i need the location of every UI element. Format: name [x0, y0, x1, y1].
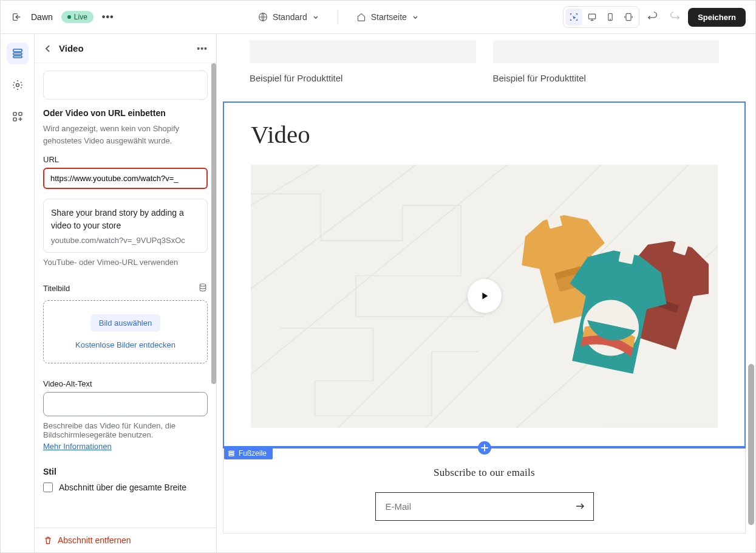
svg-rect-9 [13, 112, 16, 115]
url-help: YouTube- oder Vimeo-URL verwenden [43, 258, 208, 267]
url-input[interactable] [43, 168, 208, 189]
dynamic-source-icon[interactable] [198, 283, 208, 294]
locale-selector[interactable]: Standard [253, 10, 324, 24]
product-card[interactable]: Beispiel für Produkttitel [493, 40, 720, 83]
chevron-down-icon [412, 13, 419, 21]
back-button[interactable] [43, 44, 53, 53]
alt-text-input[interactable] [43, 392, 208, 416]
canvas-scrollbar-thumb[interactable] [748, 364, 754, 525]
select-image-button[interactable]: Bild auswählen [90, 314, 160, 332]
svg-rect-1 [589, 14, 596, 19]
section-icon [228, 450, 235, 457]
save-button[interactable]: Speichern [688, 8, 746, 27]
svg-rect-5 [13, 49, 22, 52]
redo-button [666, 9, 683, 26]
url-preview-card: Share your brand story by adding a video… [43, 199, 208, 253]
svg-rect-4 [626, 13, 631, 20]
product-title: Beispiel für Produkttitel [493, 73, 720, 83]
svg-rect-6 [13, 53, 22, 55]
fullwidth-checkbox[interactable] [43, 483, 53, 492]
settings-panel: Video ••• Oder Video von URL einbetten W… [35, 34, 217, 552]
url-preview-sub: youtube.com/watch?v=_9VUPq3SxOc [51, 236, 200, 245]
add-section-button[interactable] [478, 441, 491, 455]
panel-menu-icon[interactable]: ••• [197, 44, 208, 53]
alt-help: Beschreibe das Video für Kunden, die Bil… [43, 421, 208, 451]
device-group [563, 6, 639, 28]
trash-icon [43, 535, 53, 545]
svg-rect-21 [229, 451, 234, 452]
scrollbar-thumb[interactable] [211, 63, 216, 384]
chevron-down-icon [312, 13, 319, 21]
theme-name: Dawn [31, 12, 53, 22]
panel-title: Video [59, 43, 191, 53]
live-badge: Live [61, 11, 94, 23]
cover-image-picker: Bild auswählen Kostenlose Bilder entdeck… [43, 300, 208, 363]
product-title: Beispiel für Produkttitel [250, 73, 476, 83]
apps-tab[interactable] [7, 106, 29, 128]
play-icon [479, 290, 490, 301]
desktop-view-button[interactable] [584, 9, 601, 26]
nav-rail [1, 34, 35, 552]
mobile-view-button[interactable] [602, 9, 619, 26]
canvas-scrollbar-track [748, 70, 754, 544]
subscribe-heading: Subscribe to our emails [250, 467, 718, 479]
preview-canvas: Beispiel für Produkttitel Beispiel für P… [217, 34, 755, 552]
page-selector[interactable]: Startseite [352, 10, 424, 24]
sections-tab[interactable] [7, 43, 29, 64]
settings-tab[interactable] [7, 74, 29, 96]
add-section-divider [223, 447, 746, 448]
url-preview-title: Share your brand story by adding a video… [51, 207, 200, 232]
cover-label: Titelbild [43, 284, 70, 293]
panel-header: Video ••• [35, 34, 216, 63]
topbar: Dawn Live ••• Standard Startseite [1, 1, 755, 34]
embed-help: Wird angezeigt, wenn kein von Shopify ge… [43, 123, 208, 146]
preview-scroll[interactable]: Beispiel für Produkttitel Beispiel für P… [223, 40, 746, 546]
product-image-placeholder [493, 40, 720, 63]
embed-heading: Oder Video von URL einbetten [43, 108, 208, 118]
more-icon[interactable]: ••• [102, 12, 114, 22]
video-section[interactable]: Video [223, 101, 746, 447]
svg-rect-7 [13, 56, 22, 58]
product-image-placeholder [250, 40, 476, 63]
fullwidth-view-button[interactable] [620, 9, 637, 26]
email-submit-button[interactable] [567, 493, 593, 520]
svg-point-12 [200, 284, 206, 286]
page-label: Startseite [371, 12, 407, 22]
tshirt-illustration [494, 205, 709, 377]
locale-label: Standard [273, 12, 307, 22]
alt-label: Video-Alt-Text [43, 379, 208, 388]
url-label: URL [43, 155, 208, 164]
style-heading: Stil [43, 467, 208, 476]
section-tag[interactable]: Fußzeile [224, 447, 273, 459]
remove-section-button[interactable]: Abschnitt entfernen [43, 535, 131, 545]
undo-button[interactable] [644, 9, 661, 26]
svg-rect-23 [229, 455, 234, 456]
fullwidth-checkbox-row[interactable]: Abschnitt über die gesamte Breite [43, 483, 208, 492]
product-card[interactable]: Beispiel für Produkttitel [250, 40, 476, 83]
fullwidth-label: Abschnitt über die gesamte Breite [59, 483, 186, 492]
panel-scroll[interactable]: Oder Video von URL einbetten Wird angeze… [35, 63, 216, 527]
panel-footer: Abschnitt entfernen [35, 527, 216, 552]
inspector-mode-button[interactable] [565, 9, 582, 26]
footer-section[interactable]: Subscribe to our emails [223, 448, 746, 534]
svg-rect-22 [229, 453, 234, 454]
video-frame[interactable] [251, 165, 718, 428]
exit-icon[interactable] [10, 11, 22, 23]
arrow-right-icon [574, 500, 586, 512]
svg-rect-10 [19, 112, 22, 115]
video-source-box[interactable] [43, 70, 208, 100]
svg-rect-11 [13, 118, 16, 121]
section-tag-label: Fußzeile [239, 449, 267, 458]
more-info-link[interactable]: Mehr Informationen [43, 442, 208, 451]
plus-icon [481, 444, 488, 452]
email-input[interactable] [376, 493, 567, 520]
email-input-wrap [375, 492, 594, 521]
discover-images-link[interactable]: Kostenlose Bilder entdecken [50, 340, 201, 349]
svg-point-8 [16, 84, 19, 87]
products-row: Beispiel für Produkttitel Beispiel für P… [223, 40, 746, 101]
video-heading: Video [251, 120, 718, 149]
svg-point-3 [610, 19, 611, 20]
